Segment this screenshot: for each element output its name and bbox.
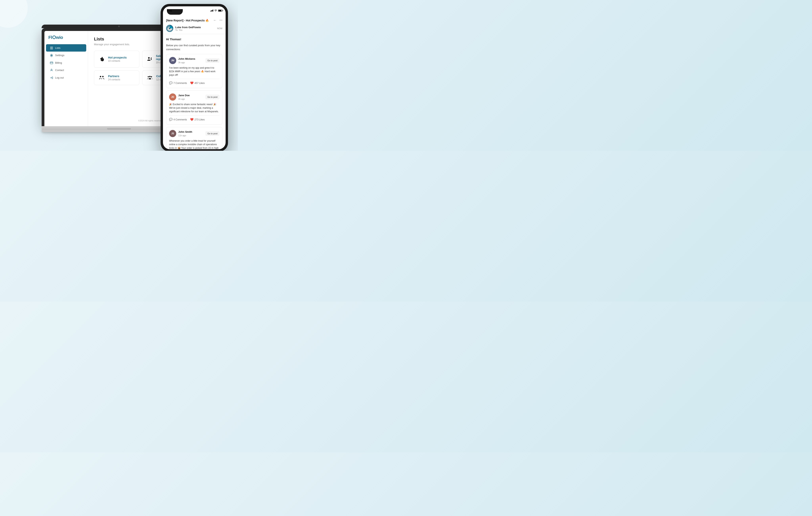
post-content-2: 🎉 Excited to share some fantastic news! … [169,103,220,115]
status-icons [210,9,223,12]
post-comments-2: 💬 4 Comments [169,117,187,121]
post-avatar-3: JS [169,130,176,137]
settings-icon [50,54,53,57]
post-time-2: 4h ago [178,98,203,101]
status-time: 9:41 [167,9,172,12]
phone-body: 9:41 [161,4,228,151]
svg-rect-4 [50,62,53,64]
signal-bars [210,9,213,11]
email-subject-actions[interactable]: ← ··· [213,18,223,22]
post-card-2: JD Jane Doe 4h ago Go to post 🎉 Excited … [166,90,223,125]
post-author-2: Jane Doe 4h ago [178,93,203,101]
post-author-name-3: John Smith [178,130,203,134]
sales-reps-icon: $ [146,56,153,63]
post-likes-2: ❤️ 273 Likes [190,117,205,121]
logout-icon [50,76,53,79]
comment-icon-2: 💬 [169,117,172,121]
billing-icon [50,61,53,64]
sidebar-item-logout[interactable]: Log out [46,74,86,81]
post-time-1: 3h ago [178,61,203,64]
sidebar-item-settings-label: Settings [55,54,64,57]
like-icon-1: ❤️ [190,81,194,85]
wifi-icon [214,9,217,12]
post-card-1: JM John Mickens 3h ago Go to post I've b… [166,54,223,88]
svg-point-3 [51,55,52,56]
post-content-3: Whenever you order a little treat for yo… [169,139,220,149]
email-sender: Luke from GetFlowio To: You NOW [166,25,223,32]
comment-icon-1: 💬 [169,81,172,85]
scene: Flwio [0,0,238,151]
phone-inner: 9:41 [163,6,226,149]
colleagues-icon [146,74,153,81]
post-author-name-1: John Mickens [178,57,203,61]
logo: Flwio [45,35,88,44]
partners-info: Partners 24 contacts [108,75,120,81]
sender-name: Luke from GetFlowio [175,26,201,29]
hot-prospects-name: Hot prospects [108,56,127,59]
email-body: Hi Thomas! Below you can find curated po… [163,34,226,149]
partners-icon [98,74,105,81]
list-card-hot-prospects[interactable]: Hot prospects 10 contacts [94,51,139,67]
sender-to: To: You [175,29,201,31]
more-icon[interactable]: ··· [220,18,223,22]
sidebar-item-contact-label: Contact [55,69,64,72]
post-comments-1: 💬 7 Comments [169,81,187,85]
svg-rect-1 [50,48,53,48]
lists-icon [50,46,53,50]
svg-point-14 [169,28,171,29]
svg-point-9 [102,76,104,77]
sidebar-item-lists[interactable]: Lists [46,44,86,52]
sidebar-item-billing-label: Billing [55,61,62,64]
post-header-3: JS John Smith 11h ago Go to post [169,130,220,137]
post-content-1: I've been working on my app and grew it … [169,66,220,79]
post-stats-2: 💬 4 Comments ❤️ 273 Likes [169,117,220,121]
sidebar: Flwio [45,31,88,126]
sidebar-item-lists-label: Lists [55,47,60,49]
svg-point-8 [100,76,101,77]
partners-count: 24 contacts [108,78,120,81]
sidebar-item-logout-label: Log out [55,76,64,79]
svg-point-11 [149,76,151,77]
hot-prospects-icon [98,56,105,63]
sender-info: Luke from GetFlowio To: You [175,26,201,31]
go-to-post-btn-2[interactable]: Go to post [205,94,220,100]
sidebar-item-settings[interactable]: Settings [46,52,86,59]
status-bar: 9:41 [163,6,226,16]
svg-rect-2 [50,49,53,49]
post-stats-1: 💬 7 Comments ❤️ 457 Likes [169,81,220,85]
email-header: [New Report] - Hot Prospects 🔥 ← ··· [163,16,226,34]
post-card-3: JS John Smith 11h ago Go to post Wheneve… [166,127,223,149]
reply-icon[interactable]: ← [213,18,217,22]
partners-name: Partners [108,75,120,78]
post-author-3: John Smith 11h ago [178,130,203,137]
post-author-1: John Mickens 3h ago [178,57,203,64]
laptop-camera [118,26,120,27]
go-to-post-btn-3[interactable]: Go to post [205,131,220,136]
post-header-1: JM John Mickens 3h ago Go to post [169,57,220,64]
email-subject-text: [New Report] - Hot Prospects 🔥 [166,19,209,22]
post-avatar-1: JM [169,57,176,64]
post-time-3: 11h ago [178,134,203,137]
like-icon-2: ❤️ [190,117,194,121]
email-timestamp: NOW [217,27,223,30]
email-subject: [New Report] - Hot Prospects 🔥 ← ··· [166,18,223,22]
logo-o [52,35,56,39]
post-likes-1: ❤️ 457 Likes [190,81,205,85]
svg-point-12 [151,76,152,77]
go-to-post-btn-1[interactable]: Go to post [205,58,220,63]
svg-point-5 [51,69,52,70]
phone: 9:41 [161,4,228,151]
email-greeting: Hi Thomas! [166,37,223,42]
post-avatar-2: JD [169,93,176,101]
post-author-name-2: Jane Doe [178,93,203,98]
list-card-partners[interactable]: Partners 24 contacts [94,71,139,85]
post-header-2: JD Jane Doe 4h ago Go to post [169,93,220,101]
contact-icon [50,69,53,72]
svg-point-6 [148,57,150,59]
battery-icon [218,9,223,12]
sidebar-item-contact[interactable]: Contact [46,67,86,74]
svg-point-10 [148,76,149,77]
sender-avatar [166,25,173,32]
sidebar-item-billing[interactable]: Billing [46,59,86,66]
svg-rect-0 [50,47,53,47]
